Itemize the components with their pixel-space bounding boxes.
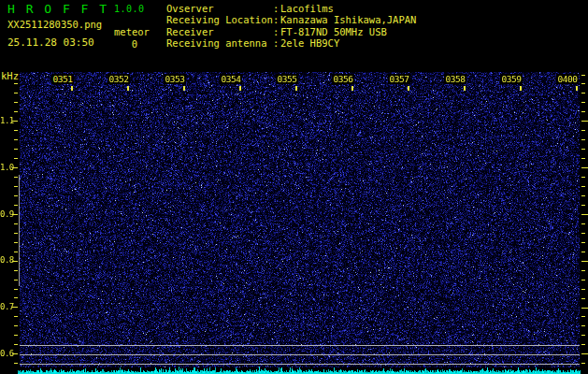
hrofft-window: H R O F F T 1.0.0 XX2511280350.png meteo… (0, 0, 588, 374)
freq-axis-tick-right (581, 195, 585, 196)
freq-axis-tick-left (14, 363, 18, 364)
freq-axis-tick-right (581, 167, 588, 168)
freq-axis-tick-left (14, 186, 18, 187)
time-axis-label: 0400 (556, 74, 579, 84)
time-axis-tick (408, 86, 409, 91)
reference-line-vertical (19, 175, 20, 286)
freq-axis-tick-right (581, 139, 585, 140)
freq-axis-tick-right (581, 270, 585, 271)
freq-axis-tick-left (12, 214, 18, 215)
freq-axis-tick-left (14, 344, 18, 345)
freq-axis-tick-left (14, 242, 18, 243)
time-axis-label: 0357 (388, 74, 410, 84)
freq-axis-tick-left (14, 130, 18, 131)
freq-axis-tick-right (581, 308, 588, 309)
freq-axis-tick-right (581, 177, 585, 178)
plot-overlay: 1.11.00.90.80.70.60351035203530354035503… (0, 0, 588, 374)
freq-axis-tick-left (14, 139, 18, 140)
freq-axis-tick-left (14, 289, 18, 290)
time-axis-tick (576, 86, 578, 91)
freq-axis-tick-right (581, 75, 585, 76)
freq-axis-tick-right (581, 93, 585, 94)
freq-axis-tick-right (581, 205, 585, 206)
freq-axis-tick-left (14, 205, 18, 206)
freq-axis-tick-right (581, 325, 585, 326)
freq-axis-tick-right (581, 261, 588, 262)
freq-axis-tick-left (12, 307, 18, 308)
freq-axis-tick-right (581, 252, 585, 252)
freq-axis-tick-right (581, 111, 585, 112)
freq-axis-tick-right (581, 121, 588, 122)
freq-axis-tick-right (581, 242, 585, 243)
freq-axis-label: 1.1 (0, 116, 13, 125)
freq-axis-tick-left (14, 223, 18, 224)
time-axis-tick (351, 86, 353, 91)
freq-axis-tick-right (581, 344, 585, 345)
freq-axis-tick-right (581, 158, 585, 159)
freq-axis-tick-left (12, 261, 18, 262)
time-axis-label: 0351 (51, 74, 74, 84)
freq-axis-tick-right (581, 280, 585, 280)
freq-axis-tick-right (581, 289, 585, 290)
freq-axis-tick-right (581, 214, 588, 215)
freq-axis-tick-left (14, 83, 18, 84)
freq-axis-tick-left (14, 270, 18, 271)
time-axis-tick (71, 86, 73, 91)
freq-axis-tick-left (12, 121, 18, 122)
freq-axis-tick-left (14, 297, 18, 298)
freq-axis-tick-left (14, 149, 18, 150)
freq-axis-tick-right (581, 102, 585, 103)
freq-axis-tick-left (14, 316, 18, 317)
freq-axis-tick-right (581, 335, 585, 336)
freq-axis-label: 0.9 (0, 209, 13, 219)
reference-line-horizontal (20, 354, 580, 355)
time-axis-tick (464, 86, 466, 91)
freq-axis-tick-right (581, 298, 585, 299)
freq-axis-tick-right (581, 233, 585, 234)
time-axis-tick (127, 86, 129, 91)
freq-axis-tick-right (581, 130, 585, 131)
freq-axis-tick-right (581, 353, 588, 354)
freq-axis-label: 0.8 (0, 255, 13, 265)
time-axis-label: 0352 (108, 74, 130, 84)
freq-axis-tick-left (14, 325, 18, 326)
freq-axis-tick-left (14, 93, 18, 94)
freq-axis-tick-left (14, 195, 18, 196)
freq-axis-tick-left (14, 158, 18, 159)
freq-axis-tick-left (14, 102, 18, 103)
freq-axis-tick-left (14, 233, 18, 234)
time-axis-tick (239, 86, 241, 91)
time-axis-tick (183, 86, 185, 91)
time-axis-label: 0353 (164, 74, 186, 84)
time-axis-label: 0359 (500, 74, 523, 84)
freq-axis-tick-left (14, 280, 18, 280)
freq-axis-tick-left (12, 167, 18, 168)
time-axis-label: 0354 (220, 74, 242, 84)
freq-axis-tick-left (14, 177, 18, 178)
freq-axis-tick-right (581, 149, 585, 150)
freq-axis-tick-right (581, 223, 585, 224)
freq-axis-tick-right (581, 316, 585, 317)
freq-axis-tick-left (14, 252, 18, 252)
time-axis-label: 0358 (444, 74, 466, 84)
freq-axis-tick-left (12, 353, 18, 354)
freq-axis-tick-left (14, 111, 18, 112)
freq-axis-tick-right (581, 186, 585, 187)
reference-line-horizontal (20, 345, 580, 346)
time-axis-tick (520, 86, 522, 91)
freq-axis-tick-right (581, 83, 585, 84)
freq-axis-tick-right (581, 363, 585, 364)
time-axis-label: 0355 (276, 74, 298, 84)
time-axis-tick (295, 86, 297, 91)
freq-axis-label: 0.7 (0, 302, 13, 311)
time-axis-label: 0356 (332, 74, 354, 84)
reference-line-horizontal (20, 364, 580, 365)
freq-axis-tick-left (14, 335, 18, 336)
freq-axis-label: 0.6 (0, 349, 13, 358)
freq-axis-label: 1.0 (0, 163, 13, 172)
